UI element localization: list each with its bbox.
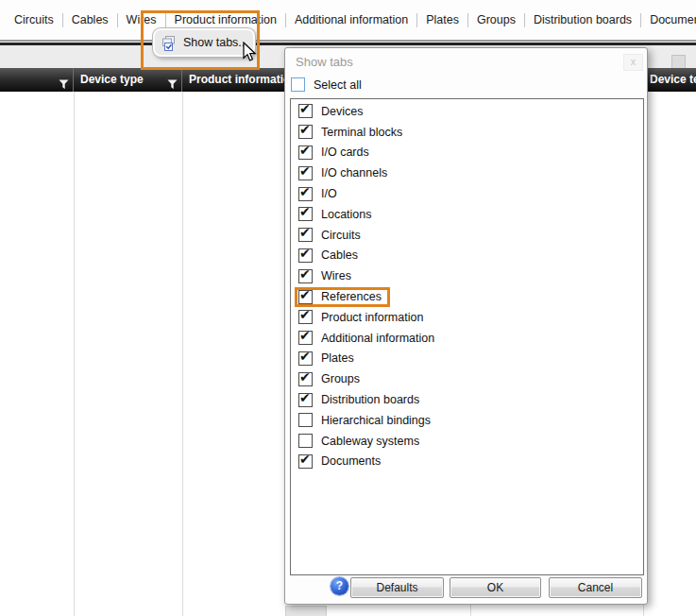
filter-funnel-icon[interactable] [59,75,69,85]
device-id-cell[interactable] [0,564,74,588]
device-id-cell[interactable]: 16 [0,233,74,257]
tab-item[interactable]: Product information [166,13,285,26]
tab-item[interactable]: Additional information [286,13,416,26]
checkbox-item[interactable]: Documents [291,452,643,472]
device-type-cell[interactable]: Terminal strip [74,186,182,210]
defaults-button[interactable]: Defaults [350,577,444,598]
checkbox-item[interactable]: Cableway systems [291,431,643,452]
device-id-cell[interactable] [0,281,74,304]
checkbox-item[interactable]: Hierarchical bindings [291,410,643,431]
device-type-cell[interactable]: Lighting equipment [74,493,182,517]
device-type-cell[interactable]: Protective device [74,588,182,611]
device-type-cell[interactable]: Switch [74,399,182,422]
checkbox[interactable] [298,331,313,345]
device-id-cell[interactable]: 10 [0,115,74,139]
device-type-cell[interactable]: Protective device [74,540,182,564]
device-id-cell[interactable]: 0 [0,540,74,564]
device-type-cell[interactable]: Switch [74,422,182,446]
tab-item[interactable]: Plates [417,13,467,26]
checkbox-item[interactable]: I/O channels [291,163,643,183]
checkbox[interactable] [298,228,313,242]
checkbox[interactable] [298,413,313,427]
checkbox-item[interactable]: Cables [291,246,643,266]
column-header-id[interactable] [0,68,74,92]
checkbox[interactable] [298,104,313,118]
tab-item[interactable]: Wires [118,13,165,26]
device-type-cell[interactable]: Protective device [74,210,182,233]
checkbox[interactable] [298,269,313,283]
checkbox-item[interactable]: Devices [291,101,643,122]
tab-item[interactable]: Documents [641,13,696,26]
device-type-cell[interactable]: Socket outlet [74,304,182,328]
device-id-cell[interactable] [0,399,74,422]
tab-item[interactable]: Groups [468,13,524,26]
checkbox-item[interactable]: Groups [291,368,643,389]
device-type-cell[interactable]: Protective device [74,351,182,375]
device-id-cell[interactable] [0,328,74,351]
device-type-cell[interactable]: Protective device [74,139,182,163]
checkbox[interactable] [298,166,313,180]
checkbox[interactable] [298,248,313,263]
device-type-cell[interactable]: Lighting equipment [74,163,182,186]
select-all-row[interactable]: Select all [291,77,362,92]
checkbox-item[interactable]: Terminal blocks [291,122,643,143]
device-type-cell[interactable]: Lighting equipment [74,328,182,351]
tab-item[interactable]: Circuits [6,13,62,26]
device-id-cell[interactable] [0,163,74,186]
checkbox[interactable] [298,290,313,304]
device-type-cell[interactable]: Lighting equipment [74,92,182,115]
checkbox[interactable] [298,372,313,386]
device-id-cell[interactable]: l [0,139,74,163]
cancel-button[interactable]: Cancel [549,577,642,598]
checkbox-item[interactable]: I/O cards [291,143,643,163]
device-id-cell[interactable] [0,210,74,233]
checkbox[interactable] [298,393,313,407]
device-id-cell[interactable] [0,375,74,399]
checkbox[interactable] [298,434,313,448]
checkbox[interactable] [298,145,313,160]
device-id-cell[interactable] [0,517,74,540]
checkbox[interactable] [298,310,313,324]
device-type-cell[interactable]: Protective device [74,115,182,139]
checkbox-item[interactable]: Product information [291,307,643,328]
device-id-cell[interactable] [0,351,74,375]
column-header-device-type[interactable]: Device type [74,68,182,92]
checkbox-item[interactable]: Plates [291,349,643,369]
checkbox-item[interactable]: Wires [291,265,643,286]
checkbox-item[interactable]: I/O [291,183,643,204]
show-tabs-menu-item[interactable]: Show tabs... [153,28,255,57]
device-id-cell[interactable] [0,304,74,328]
device-type-cell[interactable]: Switch [74,281,182,304]
checkbox-item[interactable]: References [291,286,643,307]
column-header-device-text[interactable]: Device text [643,68,696,92]
device-id-cell[interactable] [0,257,74,281]
checkbox-item[interactable]: Distribution boards [291,389,643,410]
device-id-cell[interactable] [0,493,74,517]
help-icon[interactable]: ? [331,577,348,595]
device-type-cell[interactable]: Socket outlet [74,446,182,470]
checkbox-item[interactable]: Circuits [291,225,643,246]
tab-item[interactable]: Cables [63,13,117,26]
device-id-cell[interactable]: 3 [0,588,74,611]
checkbox[interactable] [298,351,313,366]
tab-item[interactable]: Distribution boards [525,13,640,26]
device-type-cell[interactable]: Protective device [74,233,182,257]
device-id-cell[interactable] [0,470,74,493]
checkbox[interactable] [298,187,313,201]
device-id-cell[interactable] [0,446,74,470]
device-id-cell[interactable]: X02 [0,186,74,210]
device-type-cell[interactable]: Socket outlet [74,517,182,540]
checkbox[interactable] [298,454,313,469]
close-icon[interactable]: x [623,54,643,71]
select-all-checkbox[interactable] [291,77,305,92]
device-type-cell[interactable]: Socket outlet [74,564,182,588]
device-type-cell[interactable]: Device [74,257,182,281]
device-type-cell[interactable]: Switch [74,375,182,399]
device-id-cell[interactable] [0,422,74,446]
filter-funnel-icon[interactable] [167,75,178,85]
device-type-cell[interactable]: Switch [74,470,182,493]
checkbox[interactable] [298,207,313,221]
ok-button[interactable]: OK [450,577,541,598]
scrollbar-thumb[interactable] [671,55,686,69]
checkbox-item[interactable]: Locations [291,204,643,225]
